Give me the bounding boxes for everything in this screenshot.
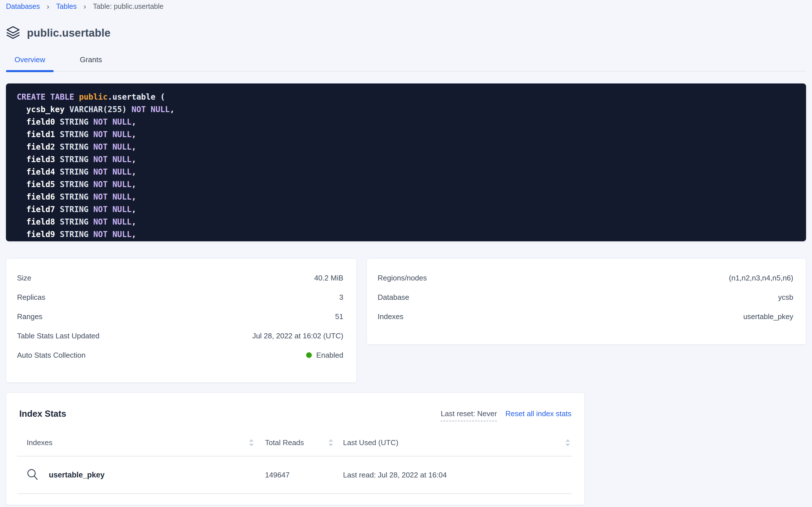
stat-row-replicas: Replicas 3 <box>17 288 343 307</box>
stat-value: Enabled <box>306 351 343 360</box>
index-stats-header: Index Stats Last reset: Never Reset all … <box>6 393 584 421</box>
table-details-card: Size 40.2 MiB Replicas 3 Ranges 51 Table… <box>6 258 357 383</box>
stat-row-size: Size 40.2 MiB <box>17 268 343 288</box>
chevron-right-icon: › <box>47 3 49 10</box>
sql-line: field5 STRING NOT NULL, <box>17 178 798 191</box>
sql-line: CREATE TABLE public.usertable ( <box>17 91 798 103</box>
last-used-value: Last read: Jul 28, 2022 at 16:04 <box>343 471 447 480</box>
table-row: usertable_pkey 149647 Last read: Jul 28,… <box>17 456 572 494</box>
status-dot-icon <box>306 352 312 358</box>
sql-code[interactable]: CREATE TABLE public.usertable ( ycsb_key… <box>6 83 806 241</box>
stat-label: Replicas <box>17 293 45 302</box>
breadcrumb: Databases › Tables › Table: public.usert… <box>6 0 806 10</box>
column-header-indexes[interactable]: Indexes <box>17 438 256 447</box>
sql-line: field6 STRING NOT NULL, <box>17 191 798 203</box>
index-stats-table: Indexes Total Reads Last Used (UTC) <box>17 429 572 494</box>
breadcrumb-item-databases[interactable]: Databases <box>6 2 40 10</box>
stack-icon <box>6 26 20 40</box>
stat-row-stats-updated: Table Stats Last Updated Jul 28, 2022 at… <box>17 326 343 345</box>
stat-value: 51 <box>335 312 343 321</box>
stat-value: 3 <box>339 293 343 302</box>
sql-line: ycsb_key VARCHAR(255) NOT NULL, <box>17 103 798 116</box>
column-header-last-used[interactable]: Last Used (UTC) <box>335 438 572 447</box>
tab-overview[interactable]: Overview <box>6 51 54 71</box>
sort-icon[interactable] <box>328 439 333 447</box>
stat-label: Indexes <box>378 312 403 321</box>
status-text: Enabled <box>316 351 343 360</box>
column-label: Indexes <box>27 438 53 447</box>
sql-line: field4 STRING NOT NULL, <box>17 166 798 178</box>
sql-line: field8 STRING NOT NULL, <box>17 216 798 228</box>
sql-line: field2 STRING NOT NULL, <box>17 141 798 153</box>
cell-index-name: usertable_pkey <box>17 468 256 482</box>
tabbar: Overview Grants <box>6 51 806 71</box>
sort-icon[interactable] <box>565 439 570 447</box>
index-name[interactable]: usertable_pkey <box>27 468 105 482</box>
column-label: Total Reads <box>265 438 304 447</box>
index-stats-card: Index Stats Last reset: Never Reset all … <box>6 393 585 505</box>
stat-label: Auto Stats Collection <box>17 351 85 360</box>
stat-row-indexes: Indexes usertable_pkey <box>378 307 793 326</box>
magnifier-icon <box>27 468 39 482</box>
breadcrumb-item-tables[interactable]: Tables <box>56 2 77 10</box>
last-reset-label: Last reset: Never <box>441 409 497 421</box>
stat-label: Size <box>17 274 32 282</box>
stat-value: ycsb <box>778 293 793 302</box>
table-header-row: Indexes Total Reads Last Used (UTC) <box>17 429 572 456</box>
column-header-total-reads[interactable]: Total Reads <box>256 438 335 447</box>
stat-value: Jul 28, 2022 at 16:02 (UTC) <box>252 332 343 340</box>
stat-row-ranges: Ranges 51 <box>17 307 343 326</box>
breadcrumb-item-current: Table: public.usertable <box>93 2 164 10</box>
page-title: public.usertable <box>27 27 111 39</box>
total-reads-value: 149647 <box>265 471 290 480</box>
chevron-right-icon: › <box>83 3 86 10</box>
reset-all-index-stats-link[interactable]: Reset all index stats <box>505 409 571 418</box>
table-topology-card: Regions/nodes (n1,n2,n3,n4,n5,n6) Databa… <box>367 258 806 345</box>
index-name-label[interactable]: usertable_pkey <box>49 471 105 480</box>
stat-label: Ranges <box>17 312 43 321</box>
sql-line: field7 STRING NOT NULL, <box>17 203 798 216</box>
summary-cards: Size 40.2 MiB Replicas 3 Ranges 51 Table… <box>6 258 806 383</box>
stat-label: Table Stats Last Updated <box>17 332 100 340</box>
page: Databases › Tables › Table: public.usert… <box>0 0 812 507</box>
stat-value: 40.2 MiB <box>314 274 343 282</box>
sql-line: field9 STRING NOT NULL, <box>17 228 798 241</box>
stat-value: usertable_pkey <box>743 312 793 321</box>
sql-line: field1 STRING NOT NULL, <box>17 128 798 141</box>
page-header: public.usertable <box>6 26 806 40</box>
stat-label: Database <box>378 293 409 302</box>
tab-grants[interactable]: Grants <box>71 51 110 71</box>
stat-value: (n1,n2,n3,n4,n5,n6) <box>729 274 793 282</box>
cell-total-reads: 149647 <box>256 471 335 480</box>
sql-line: field3 STRING NOT NULL, <box>17 153 798 166</box>
cell-last-used: Last read: Jul 28, 2022 at 16:04 <box>335 471 572 480</box>
stat-row-database: Database ycsb <box>378 288 793 307</box>
stat-row-auto-stats: Auto Stats Collection Enabled <box>17 345 343 365</box>
stat-row-regions: Regions/nodes (n1,n2,n3,n4,n5,n6) <box>378 268 793 288</box>
sort-icon[interactable] <box>249 439 254 447</box>
column-label: Last Used (UTC) <box>343 438 398 447</box>
stat-label: Regions/nodes <box>378 274 427 282</box>
index-stats-actions: Last reset: Never Reset all index stats <box>441 409 571 421</box>
index-stats-title: Index Stats <box>19 409 66 419</box>
sql-line: field0 STRING NOT NULL, <box>17 116 798 128</box>
